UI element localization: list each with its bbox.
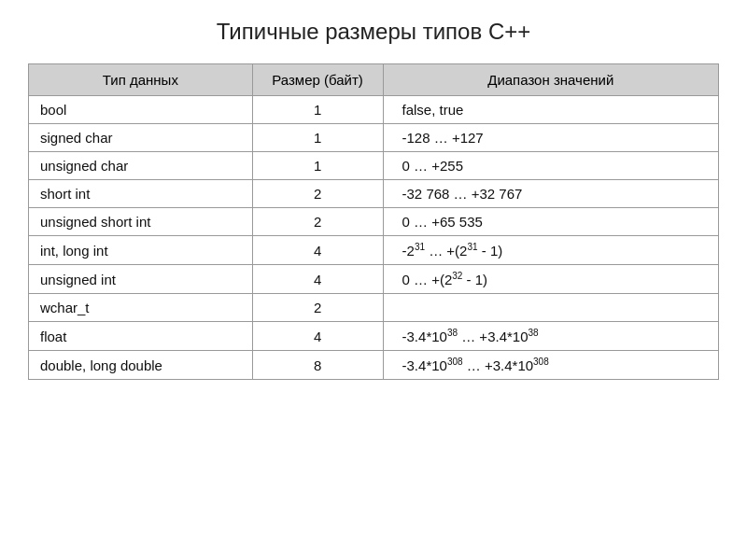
table-row: unsigned char10 … +255 [29,152,719,180]
cell-range: -3.4*1038 … +3.4*1038 [383,322,718,351]
cell-type: unsigned char [29,152,253,180]
cell-size: 1 [252,96,383,124]
cell-size: 2 [252,208,383,236]
cell-type: unsigned int [29,265,253,294]
table-row: double, long double8-3.4*10308 … +3.4*10… [29,351,719,380]
cell-range: -128 … +127 [383,124,718,152]
cell-type: int, long int [29,236,253,265]
cell-size: 1 [252,152,383,180]
table-row: signed char1-128 … +127 [29,124,719,152]
table-row: unsigned int40 … +(232 - 1) [29,265,719,294]
cell-size: 2 [252,294,383,322]
table-row: float4-3.4*1038 … +3.4*1038 [29,322,719,351]
cell-range: 0 … +255 [383,152,718,180]
col-header-type: Тип данных [29,64,253,96]
cell-range: -3.4*10308 … +3.4*10308 [383,351,718,380]
cell-range: 0 … +(232 - 1) [383,265,718,294]
data-types-table: Тип данных Размер (байт) Диапазон значен… [28,63,719,380]
cell-type: short int [29,180,253,208]
table-header-row: Тип данных Размер (байт) Диапазон значен… [29,64,719,96]
cell-size: 1 [252,124,383,152]
table-row: bool1false, true [29,96,719,124]
cell-range: -32 768 … +32 767 [383,180,718,208]
table-row: unsigned short int20 … +65 535 [29,208,719,236]
cell-type: double, long double [29,351,253,380]
cell-size: 4 [252,236,383,265]
cell-size: 2 [252,180,383,208]
table-row: wchar_t2 [29,294,719,322]
cell-range [383,294,718,322]
cell-size: 4 [252,322,383,351]
cell-type: bool [29,96,253,124]
cell-type: signed char [29,124,253,152]
col-header-size: Размер (байт) [252,64,383,96]
cell-range: false, true [383,96,718,124]
cell-type: float [29,322,253,351]
col-header-range: Диапазон значений [383,64,718,96]
cell-range: 0 … +65 535 [383,208,718,236]
cell-size: 8 [252,351,383,380]
cell-type: unsigned short int [29,208,253,236]
table-row: int, long int4-231 … +(231 - 1) [29,236,719,265]
page-title: Типичные размеры типов С++ [217,19,531,45]
cell-size: 4 [252,265,383,294]
table-row: short int2-32 768 … +32 767 [29,180,719,208]
cell-range: -231 … +(231 - 1) [383,236,718,265]
cell-type: wchar_t [29,294,253,322]
